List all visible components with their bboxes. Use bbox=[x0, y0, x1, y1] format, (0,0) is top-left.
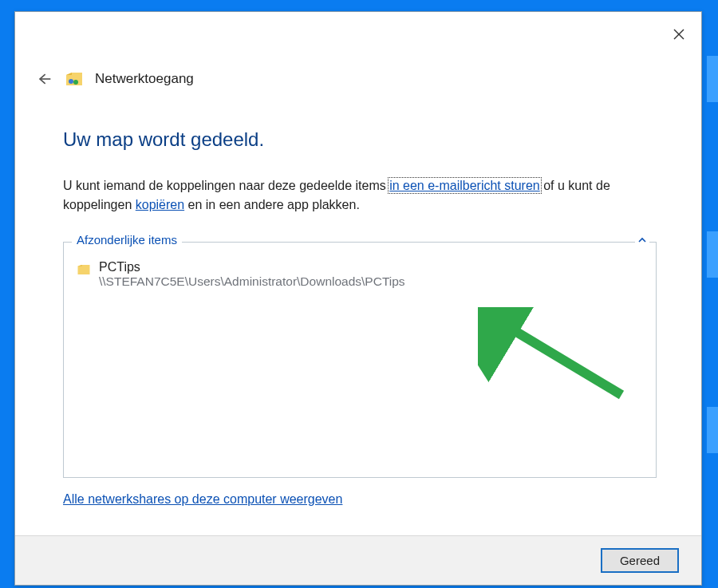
item-path: \\STEFAN7C5E\Users\Administrator\Downloa… bbox=[99, 274, 405, 289]
copy-link[interactable]: kopiëren bbox=[136, 198, 184, 211]
titlebar bbox=[15, 12, 701, 53]
item-name: PCTips bbox=[99, 260, 405, 274]
back-button[interactable] bbox=[34, 69, 53, 89]
footer-bar: Gereed bbox=[15, 535, 701, 585]
group-legend: Afzonderlijke items bbox=[72, 233, 182, 247]
desc-part-c: en in een andere app plakken. bbox=[184, 198, 360, 211]
page-heading: Uw map wordt gedeeld. bbox=[63, 128, 657, 151]
email-link[interactable]: in een e-mailbericht sturen bbox=[389, 179, 540, 192]
header-row: Netwerktoegang bbox=[15, 53, 701, 89]
network-access-icon bbox=[65, 69, 84, 89]
shared-item-row[interactable]: PCTips \\STEFAN7C5E\Users\Administrator\… bbox=[75, 257, 645, 289]
folder-icon bbox=[77, 262, 91, 277]
collapse-toggle[interactable] bbox=[635, 235, 649, 246]
desc-part-a: U kunt iemand de koppelingen naar deze g… bbox=[63, 179, 389, 192]
individual-items-group: Afzonderlijke items PCTips \\STEFAN7C5E\… bbox=[63, 242, 657, 478]
show-all-shares-link[interactable]: Alle netwerkshares op deze computer weer… bbox=[63, 492, 342, 506]
chevron-up-icon bbox=[638, 237, 646, 243]
description-text: U kunt iemand de koppelingen naar deze g… bbox=[63, 176, 657, 215]
close-button[interactable] bbox=[666, 22, 692, 47]
arrow-left-icon bbox=[36, 71, 52, 87]
done-button[interactable]: Gereed bbox=[601, 548, 679, 573]
close-icon bbox=[673, 28, 685, 41]
bottom-link-row: Alle netwerkshares op deze computer weer… bbox=[15, 478, 701, 507]
content-area: Uw map wordt gedeeld. U kunt iemand de k… bbox=[15, 89, 701, 478]
window-title: Netwerktoegang bbox=[95, 71, 194, 87]
share-wizard-window: Netwerktoegang Uw map wordt gedeeld. U k… bbox=[14, 11, 702, 586]
svg-point-4 bbox=[73, 80, 78, 85]
svg-point-3 bbox=[69, 79, 73, 84]
item-text: PCTips \\STEFAN7C5E\Users\Administrator\… bbox=[99, 260, 405, 289]
